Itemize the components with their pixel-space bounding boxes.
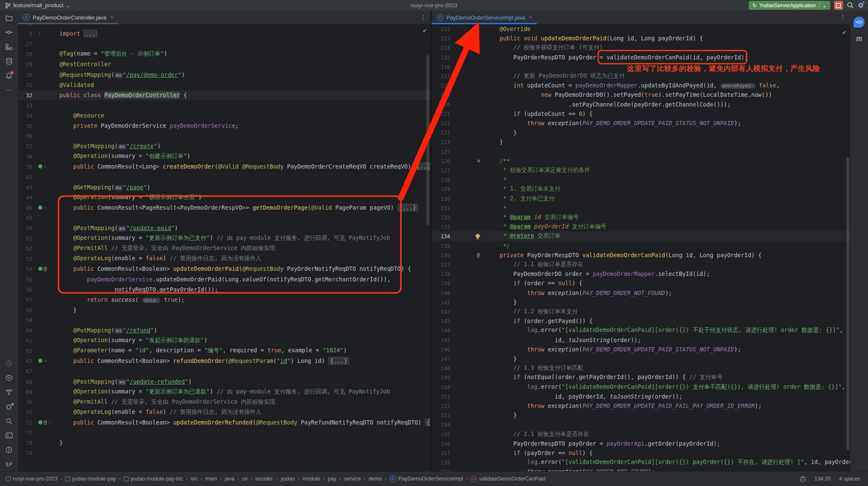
debug-tool-icon[interactable] <box>0 399 18 414</box>
web-url-icon-chip[interactable]: ⊕∨ <box>115 328 123 334</box>
code-line[interactable]: 127 * 校验交易订单满足被支付的条件 <box>431 166 850 175</box>
code-line[interactable]: 138 PayDemoOrderDO order = payDemoOrderM… <box>431 269 850 278</box>
code-line[interactable]: 115 PayOrderRespDTO payOrder = validateD… <box>431 53 850 62</box>
folded-region[interactable]: {...} <box>398 204 418 211</box>
code-line[interactable]: 53 @OperateLog(enable = false) // 禁用操作日志… <box>18 253 431 264</box>
code-line[interactable]: 77 <box>18 427 431 438</box>
code-line[interactable]: 57 return success( data: true); <box>18 295 431 305</box>
breadcrumb-item[interactable]: ruoyi-vue-pro-2023 <box>6 476 58 482</box>
code-line[interactable]: 37 @PostMapping(⊕∨"/create") <box>18 141 431 151</box>
code-line[interactable]: 38 @Operation(summary = "创建示例订单") <box>18 151 431 161</box>
code-line[interactable]: 149 if (notEqual(order.getPayOrderId(), … <box>431 373 850 382</box>
status-widget-icon[interactable] <box>800 476 806 482</box>
code-line[interactable]: 116 <box>431 62 850 71</box>
code-line[interactable]: 157 if (payOrder == null) { <box>431 448 850 458</box>
close-icon[interactable]: × <box>110 14 113 21</box>
web-url-icon-chip[interactable]: ⊕∨ <box>118 144 126 149</box>
more-tools-icon[interactable]: ⋯ <box>0 83 18 97</box>
breadcrumb-item[interactable]: CPayDemoOrderServiceImpl <box>389 475 463 482</box>
web-url-icon-chip[interactable]: ⊕∨ <box>118 379 126 385</box>
code-line[interactable]: 28@Tag(name = "管理后台 - 示例订单") <box>18 49 431 59</box>
code-line[interactable]: 54@ public CommonResult<Boolean> updateD… <box>18 264 431 274</box>
ai-assistant-icon[interactable]: </> <box>854 17 865 28</box>
code-line[interactable]: 139 if (order == null) { <box>431 278 850 288</box>
fold-arrow-icon[interactable]: › <box>44 358 47 364</box>
run-bean-icon[interactable] <box>38 359 42 363</box>
code-line[interactable]: 151 id, payOrderId, toJsonString(order))… <box>431 392 850 401</box>
code-line[interactable]: 148 // 1.3 校验支付订单匹配 <box>431 363 850 373</box>
close-icon[interactable]: × <box>529 14 532 21</box>
problems-tool-icon[interactable] <box>0 443 18 457</box>
breadcrumb-item[interactable]: pay <box>328 476 336 482</box>
terminal-tool-icon[interactable] <box>0 428 18 443</box>
fold-arrow-icon[interactable]: › <box>44 163 47 169</box>
tab-options-icon[interactable]: ⋮ <box>420 14 426 21</box>
code-line[interactable]: 124 } <box>431 137 850 146</box>
code-line[interactable]: 68 @PostMapping(⊕∨"/update-refunded") <box>18 376 431 387</box>
code-line[interactable]: 120 .setPayChannelCode(payOrder.getChann… <box>431 100 850 109</box>
code-line[interactable]: 39› public CommonResult<Long> createDemo… <box>18 161 431 171</box>
annotated-icon[interactable]: @ <box>44 419 47 425</box>
code-line[interactable]: 147 } <box>431 354 850 363</box>
code-line[interactable]: 58 } <box>18 305 431 315</box>
code-line[interactable]: 145 id, toJsonString(order)); <box>431 335 850 345</box>
code-line[interactable]: 3›import ... <box>18 28 431 39</box>
code-line[interactable]: 56 notifyReqDTO.getPayOrderId()); <box>18 284 431 295</box>
web-url-icon-chip[interactable]: ⊕∨ <box>115 185 123 191</box>
fold-arrow-icon[interactable]: › <box>38 31 41 37</box>
right-editor-scrollbar[interactable] <box>846 157 849 450</box>
code-line[interactable]: 59 <box>18 315 431 325</box>
code-line[interactable]: 153 } <box>431 410 850 420</box>
code-line[interactable]: 69 @Operation(summary = "更新示例订单为已退款") //… <box>18 387 431 397</box>
left-code-editor[interactable]: 23›import ...2728@Tag(name = "管理后台 - 示例订… <box>18 24 431 472</box>
code-line[interactable]: 71 @OperateLog(enable = false) // 禁用操作日志… <box>18 407 431 417</box>
breadcrumb-item[interactable]: demo <box>369 476 382 482</box>
code-line[interactable]: 155 // 2.1 校验支付单是否存在 <box>431 430 850 439</box>
code-line[interactable]: 135 */ <box>431 241 850 250</box>
services-tool-icon[interactable] <box>0 371 18 385</box>
code-line[interactable]: 119 new PayDemoOrderDO().setPayed(true).… <box>431 90 850 99</box>
structure-tool-icon[interactable] <box>0 39 18 54</box>
code-line[interactable]: 67 <box>18 366 431 376</box>
code-line[interactable]: 150 log.error("[validateDemoOrderCanPaid… <box>431 382 850 392</box>
code-line[interactable]: 122 throw exception(PAY_DEMO_ORDER_UPDAT… <box>431 118 850 128</box>
code-line[interactable]: 141 } <box>431 298 850 307</box>
code-line[interactable]: 31@Validated <box>18 80 431 90</box>
maven-tool-icon[interactable]: m <box>856 34 862 43</box>
code-line[interactable]: 131 * <box>431 203 850 213</box>
code-line[interactable]: 60 @PutMapping(⊕∨"/refund") <box>18 325 431 335</box>
code-line[interactable]: 137 // 1.1 校验订单是否存在 <box>431 260 850 269</box>
code-line[interactable]: 63› public CommonResult<Boolean> refundD… <box>18 356 431 366</box>
code-line[interactable]: 132 * @param id 交易订单编号 <box>431 213 850 222</box>
folded-region[interactable]: {...} <box>425 419 431 426</box>
version-control-tool-icon[interactable] <box>0 457 18 472</box>
folded-region[interactable]: ... <box>84 30 97 37</box>
run-configuration-button[interactable]: ↻ YudaoServerApplication ⌄ <box>749 1 830 10</box>
code-line[interactable]: 140 throw exception(PAY_DEMO_ORDER_NOT_F… <box>431 288 850 298</box>
run-bean-icon[interactable] <box>38 205 42 210</box>
indent-setting[interactable]: 4 spaces <box>839 476 860 482</box>
folded-region[interactable]: {...} <box>328 357 349 365</box>
code-line[interactable]: 121 if (updateCount == 0) { <box>431 109 850 118</box>
find-tool-icon[interactable] <box>0 414 18 428</box>
stop-button[interactable] <box>834 1 843 10</box>
breadcrumb-item[interactable]: java <box>224 476 234 482</box>
breadcrumb-item[interactable]: yudao-module-pay <box>65 476 116 482</box>
code-line[interactable]: 152 throw exception(PAY_DEMO_ORDER_UPDAT… <box>431 401 850 410</box>
code-line[interactable]: 156 PayOrderRespDTO payOrder = payOrderA… <box>431 439 850 448</box>
notifications-bell-icon[interactable] <box>0 68 18 83</box>
code-line[interactable]: 51 @Operation(summary = "更新示例订单为已支付") //… <box>18 233 431 243</box>
database-tool-icon[interactable] <box>0 54 18 68</box>
code-line[interactable]: 158 log.error("[validateDemoOrderCanPaid… <box>431 458 850 467</box>
caret-position[interactable]: 134:20 <box>815 476 831 482</box>
code-line[interactable]: 126≡ /** <box>431 156 850 166</box>
breadcrumb-item[interactable]: mvalidateDemoOrderCanPaid <box>470 476 545 482</box>
code-line[interactable]: 27 <box>18 39 431 49</box>
intention-bulb-icon[interactable] <box>476 234 480 238</box>
tab-paydemoorderserviceimpl[interactable]: C PayDemoOrderServiceImpl.java × <box>431 11 537 24</box>
search-icon[interactable] <box>847 2 854 9</box>
fold-arrow-icon[interactable]: › <box>44 205 47 211</box>
breadcrumb-item[interactable]: cn <box>242 476 248 482</box>
code-line[interactable]: 45› public CommonResult<PageResult<PayDe… <box>18 202 431 213</box>
left-editor-scrollbar[interactable] <box>426 55 429 225</box>
